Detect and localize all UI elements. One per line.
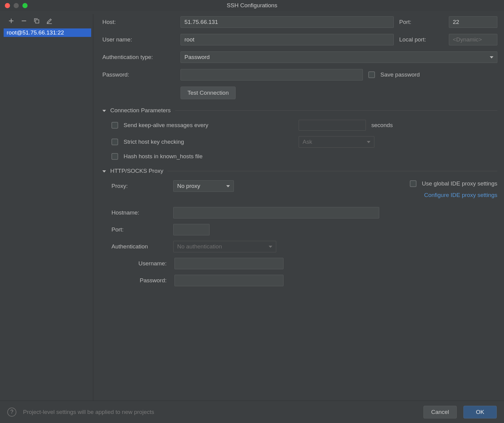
password-input[interactable] xyxy=(181,69,363,80)
proxy-port-label: Port: xyxy=(111,226,168,233)
proxy-hostname-label: Hostname: xyxy=(111,209,168,216)
proxy-username-input[interactable] xyxy=(174,258,284,269)
chevron-down-icon xyxy=(102,110,106,112)
strict-hostkey-value: Ask xyxy=(303,139,312,145)
test-connection-button[interactable]: Test Connection xyxy=(181,87,236,99)
save-password-checkbox[interactable] xyxy=(368,71,375,78)
add-icon[interactable] xyxy=(8,18,15,24)
main-panel: Host: Port: User name: Local port: Authe… xyxy=(93,14,500,401)
use-global-proxy-checkbox[interactable] xyxy=(410,180,416,187)
username-label: User name: xyxy=(102,36,175,43)
copy-icon[interactable] xyxy=(33,18,40,24)
ok-button[interactable]: OK xyxy=(463,406,497,418)
proxy-auth-value: No authentication xyxy=(177,243,222,250)
chevron-down-icon xyxy=(269,246,272,248)
host-label: Host: xyxy=(102,19,175,25)
save-password-label: Save password xyxy=(380,71,420,78)
chevron-down-icon xyxy=(102,170,106,172)
minimize-window-icon xyxy=(14,3,19,8)
connection-params-section-header[interactable]: Connection Parameters xyxy=(102,107,497,114)
hash-hosts-label: Hash hosts in known_hosts file xyxy=(124,153,203,160)
keepalive-label: Send keep-alive messages every xyxy=(124,122,293,129)
window-title: SSH Configurations xyxy=(0,2,504,9)
authtype-label: Authentication type: xyxy=(102,54,175,61)
strict-hostkey-checkbox[interactable] xyxy=(111,139,118,145)
close-window-icon[interactable] xyxy=(5,3,10,8)
strict-hostkey-select[interactable]: Ask xyxy=(299,136,374,148)
titlebar: SSH Configurations xyxy=(0,0,504,11)
port-label: Port: xyxy=(399,19,443,25)
use-global-proxy-label: Use global IDE proxy settings xyxy=(422,180,497,187)
proxy-hostname-input[interactable] xyxy=(173,207,379,218)
keepalive-input[interactable] xyxy=(299,120,366,131)
remove-icon[interactable] xyxy=(21,18,27,24)
proxy-port-input[interactable] xyxy=(173,224,210,235)
svg-rect-3 xyxy=(35,20,39,23)
strict-hostkey-label: Strict host key checking xyxy=(124,139,293,145)
seconds-label: seconds xyxy=(371,122,393,129)
help-icon[interactable]: ? xyxy=(7,408,16,417)
proxy-section-header[interactable]: HTTP/SOCKS Proxy xyxy=(102,168,497,174)
configure-proxy-link[interactable]: Configure IDE proxy settings xyxy=(424,192,497,198)
sidebar: root@51.75.66.131:22 xyxy=(4,14,93,401)
cancel-button[interactable]: Cancel xyxy=(423,406,457,418)
chevron-down-icon xyxy=(490,56,493,58)
proxy-value: No proxy xyxy=(177,183,200,189)
config-list-item[interactable]: root@51.75.66.131:22 xyxy=(4,28,91,37)
localport-input[interactable] xyxy=(449,34,497,45)
footer: ? Project-level settings will be applied… xyxy=(0,401,504,423)
zoom-window-icon[interactable] xyxy=(22,3,28,8)
username-input[interactable] xyxy=(181,34,394,45)
edit-icon[interactable] xyxy=(46,18,53,24)
hash-hosts-checkbox[interactable] xyxy=(111,153,118,160)
proxy-section-title: HTTP/SOCKS Proxy xyxy=(110,168,163,174)
localport-label: Local port: xyxy=(399,36,443,43)
footer-message: Project-level settings will be applied t… xyxy=(23,409,417,415)
proxy-auth-select[interactable]: No authentication xyxy=(173,241,276,252)
chevron-down-icon xyxy=(367,141,370,143)
authtype-value: Password xyxy=(184,54,210,61)
host-input[interactable] xyxy=(181,16,394,28)
sidebar-toolbar xyxy=(4,14,91,28)
port-input[interactable] xyxy=(449,16,497,28)
proxy-username-label: Username: xyxy=(124,260,169,267)
password-label: Password: xyxy=(102,71,175,78)
proxy-password-label: Password: xyxy=(124,277,169,284)
keepalive-checkbox[interactable] xyxy=(111,122,118,129)
proxy-password-input[interactable] xyxy=(174,275,284,286)
connection-params-title: Connection Parameters xyxy=(110,107,171,114)
authtype-select[interactable]: Password xyxy=(181,51,497,63)
proxy-label: Proxy: xyxy=(111,183,168,189)
proxy-select[interactable]: No proxy xyxy=(173,180,234,192)
proxy-auth-label: Authentication xyxy=(111,243,168,250)
chevron-down-icon xyxy=(226,185,230,187)
